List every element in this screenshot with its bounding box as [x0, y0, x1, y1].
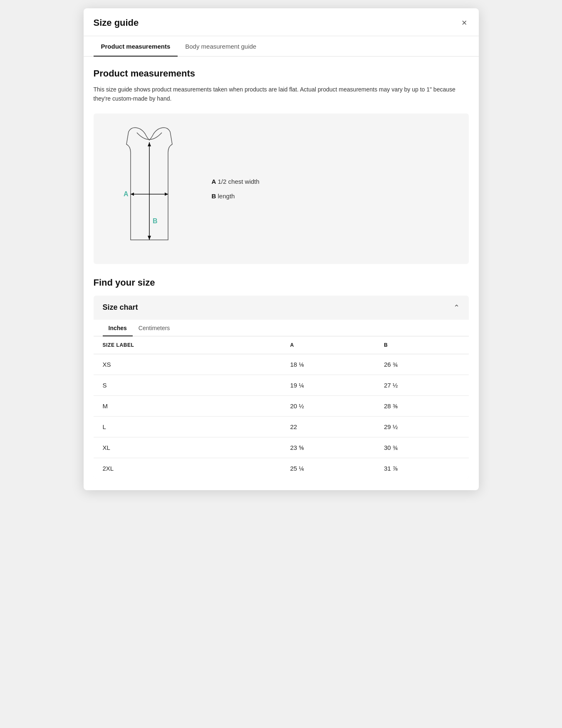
- cell-b: 30 ¾: [375, 437, 469, 458]
- table-row: L 22 29 ½: [94, 416, 469, 437]
- cell-a: 20 ½: [281, 395, 375, 416]
- cell-size: XS: [94, 354, 281, 375]
- cell-size: S: [94, 375, 281, 395]
- svg-text:B: B: [153, 217, 158, 225]
- cell-b: 31 ⅞: [375, 458, 469, 479]
- measurement-labels: A 1/2 chest width B length: [212, 178, 260, 200]
- col-header-a: A: [281, 336, 375, 354]
- content-area: Product measurements This size guide sho…: [84, 57, 479, 490]
- cell-b: 29 ½: [375, 416, 469, 437]
- col-header-size: SIZE LABEL: [94, 336, 281, 354]
- label-a: A 1/2 chest width: [212, 178, 260, 185]
- find-size-title: Find your size: [94, 277, 469, 288]
- table-row: M 20 ½ 28 ⅜: [94, 395, 469, 416]
- svg-marker-5: [148, 142, 151, 146]
- modal-header: Size guide ×: [84, 8, 479, 36]
- table-row: XS 18 ⅛ 26 ¾: [94, 354, 469, 375]
- table-row: XL 23 ⅝ 30 ¾: [94, 437, 469, 458]
- cell-a: 25 ¼: [281, 458, 375, 479]
- tab-product-measurements[interactable]: Product measurements: [94, 36, 178, 57]
- table-header-row: SIZE LABEL A B: [94, 336, 469, 354]
- size-table: SIZE LABEL A B XS 18 ⅛ 26 ¾ S 19 ¼ 27 ½ …: [94, 336, 469, 479]
- svg-text:A: A: [124, 190, 129, 197]
- table-row: 2XL 25 ¼ 31 ⅞: [94, 458, 469, 479]
- size-guide-modal: Size guide × Product measurements Body m…: [84, 8, 479, 490]
- modal-title: Size guide: [94, 17, 139, 28]
- unit-tab-inches[interactable]: Inches: [103, 320, 133, 336]
- col-header-b: B: [375, 336, 469, 354]
- chevron-up-icon: ⌃: [453, 303, 460, 312]
- svg-marker-1: [131, 192, 134, 196]
- garment-diagram: A B: [104, 123, 195, 254]
- cell-a: 22: [281, 416, 375, 437]
- close-icon: ×: [462, 17, 467, 28]
- cell-b: 27 ½: [375, 375, 469, 395]
- cell-size: M: [94, 395, 281, 416]
- close-button[interactable]: ×: [460, 17, 469, 29]
- unit-tab-centimeters[interactable]: Centimeters: [133, 320, 176, 336]
- description-text: This size guide shows product measuremen…: [94, 85, 469, 104]
- tab-body-measurement-guide[interactable]: Body measurement guide: [178, 36, 264, 57]
- svg-marker-2: [165, 192, 168, 196]
- size-chart-header[interactable]: Size chart ⌃: [94, 296, 469, 320]
- label-b: B length: [212, 192, 260, 200]
- tab-bar: Product measurements Body measurement gu…: [84, 36, 479, 57]
- cell-size: L: [94, 416, 281, 437]
- cell-size: 2XL: [94, 458, 281, 479]
- svg-marker-6: [148, 236, 151, 240]
- cell-size: XL: [94, 437, 281, 458]
- cell-b: 26 ¾: [375, 354, 469, 375]
- cell-a: 23 ⅝: [281, 437, 375, 458]
- table-row: S 19 ¼ 27 ½: [94, 375, 469, 395]
- cell-a: 19 ¼: [281, 375, 375, 395]
- size-chart-box: Size chart ⌃ Inches Centimeters SIZE LAB…: [94, 296, 469, 479]
- cell-b: 28 ⅜: [375, 395, 469, 416]
- unit-tabs: Inches Centimeters: [94, 320, 469, 336]
- diagram-area: A B A 1/2 chest width B: [94, 114, 469, 264]
- cell-a: 18 ⅛: [281, 354, 375, 375]
- size-chart-title: Size chart: [103, 303, 138, 312]
- section-title: Product measurements: [94, 68, 469, 79]
